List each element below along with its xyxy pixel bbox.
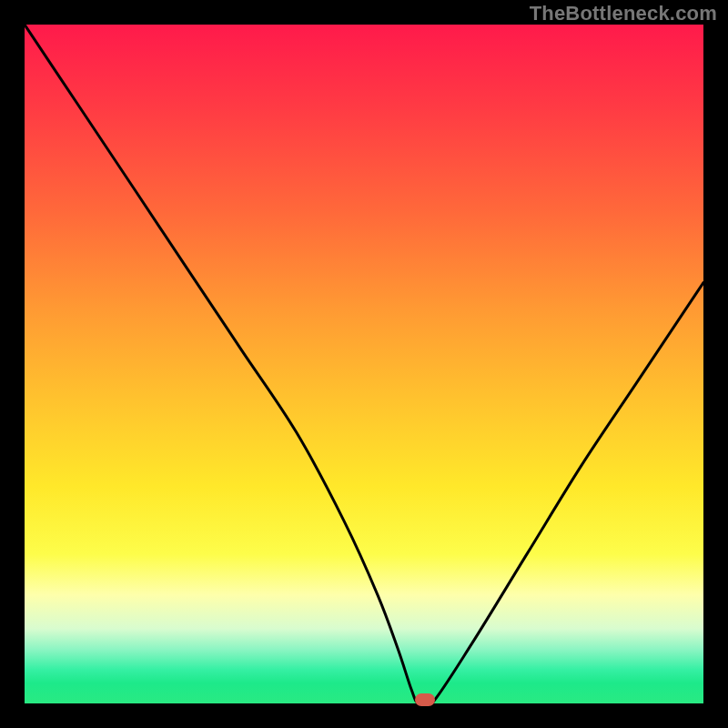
- optimal-point-marker: [415, 693, 435, 706]
- chart-frame: TheBottleneck.com: [0, 0, 728, 728]
- watermark-text: TheBottleneck.com: [530, 2, 717, 25]
- plot-area: [25, 25, 703, 703]
- bottleneck-curve: [25, 25, 703, 703]
